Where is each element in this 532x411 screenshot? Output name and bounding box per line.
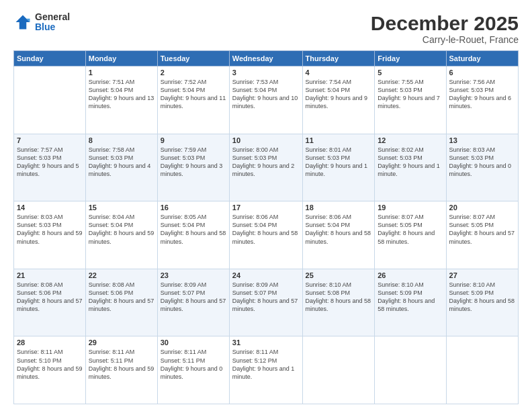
logo-blue-text: Blue [35,22,70,32]
day-number: 3 [232,68,300,77]
calendar-cell: 25Sunrise: 8:10 AM Sunset: 5:08 PM Dayli… [302,269,375,336]
calendar-cell: 16Sunrise: 8:05 AM Sunset: 5:04 PM Dayli… [157,201,229,269]
logo: General Blue [13,12,70,33]
calendar-week-1: 1Sunrise: 7:51 AM Sunset: 5:04 PM Daylig… [14,66,519,134]
day-info: Sunrise: 7:57 AM Sunset: 5:03 PM Dayligh… [17,146,83,179]
day-number: 6 [449,68,515,77]
day-number: 11 [306,136,372,144]
calendar-cell: 23Sunrise: 8:09 AM Sunset: 5:07 PM Dayli… [157,269,229,336]
calendar-cell: 13Sunrise: 8:03 AM Sunset: 5:03 PM Dayli… [446,134,518,201]
calendar-body: 1Sunrise: 7:51 AM Sunset: 5:04 PM Daylig… [14,66,519,404]
calendar-cell: 28Sunrise: 8:11 AM Sunset: 5:10 PM Dayli… [14,336,86,404]
calendar-cell: 8Sunrise: 7:58 AM Sunset: 5:03 PM Daylig… [85,134,157,201]
day-number: 7 [17,136,83,144]
calendar-cell: 30Sunrise: 8:11 AM Sunset: 5:11 PM Dayli… [157,336,229,404]
day-number: 19 [378,203,443,212]
header: General Blue December 2025 Carry-le-Roue… [13,12,519,45]
calendar-cell: 9Sunrise: 7:59 AM Sunset: 5:03 PM Daylig… [157,134,229,201]
day-number: 5 [378,68,443,77]
calendar-cell: 6Sunrise: 7:56 AM Sunset: 5:03 PM Daylig… [446,66,518,134]
day-info: Sunrise: 8:10 AM Sunset: 5:08 PM Dayligh… [306,281,372,314]
calendar-cell: 10Sunrise: 8:00 AM Sunset: 5:03 PM Dayli… [229,134,302,201]
calendar-cell [302,336,375,404]
day-info: Sunrise: 7:55 AM Sunset: 5:03 PM Dayligh… [378,78,443,111]
day-info: Sunrise: 8:07 AM Sunset: 5:05 PM Dayligh… [449,213,515,246]
day-info: Sunrise: 7:54 AM Sunset: 5:04 PM Dayligh… [306,78,372,111]
day-number: 17 [232,203,300,212]
calendar-cell: 27Sunrise: 8:10 AM Sunset: 5:09 PM Dayli… [446,269,518,336]
calendar-cell: 15Sunrise: 8:04 AM Sunset: 5:04 PM Dayli… [85,201,157,269]
calendar-cell: 26Sunrise: 8:10 AM Sunset: 5:09 PM Dayli… [375,269,446,336]
calendar-cell: 19Sunrise: 8:07 AM Sunset: 5:05 PM Dayli… [375,201,446,269]
day-info: Sunrise: 7:58 AM Sunset: 5:03 PM Dayligh… [89,146,154,179]
day-number: 30 [161,338,226,347]
day-info: Sunrise: 8:09 AM Sunset: 5:07 PM Dayligh… [232,281,300,314]
calendar-cell: 3Sunrise: 7:53 AM Sunset: 5:04 PM Daylig… [229,66,302,134]
col-saturday: Saturday [446,51,518,66]
logo-general-text: General [35,12,70,22]
day-number: 8 [89,136,154,144]
day-number: 2 [161,68,226,77]
day-number: 13 [449,136,515,144]
calendar-cell: 18Sunrise: 8:06 AM Sunset: 5:04 PM Dayli… [302,201,375,269]
day-number: 26 [378,271,443,279]
calendar-cell: 14Sunrise: 8:03 AM Sunset: 5:03 PM Dayli… [14,201,86,269]
calendar-cell: 20Sunrise: 8:07 AM Sunset: 5:05 PM Dayli… [446,201,518,269]
calendar-week-5: 28Sunrise: 8:11 AM Sunset: 5:10 PM Dayli… [14,336,519,404]
header-row: Sunday Monday Tuesday Wednesday Thursday… [14,51,519,66]
logo-text: General Blue [35,12,70,33]
day-info: Sunrise: 8:05 AM Sunset: 5:04 PM Dayligh… [161,213,226,246]
day-info: Sunrise: 7:59 AM Sunset: 5:03 PM Dayligh… [161,146,226,179]
day-number: 12 [378,136,443,144]
svg-marker-0 [16,15,30,30]
day-info: Sunrise: 8:01 AM Sunset: 5:03 PM Dayligh… [306,146,372,179]
calendar-cell: 4Sunrise: 7:54 AM Sunset: 5:04 PM Daylig… [302,66,375,134]
day-number: 14 [17,203,83,212]
day-info: Sunrise: 7:51 AM Sunset: 5:04 PM Dayligh… [89,78,154,111]
day-info: Sunrise: 8:11 AM Sunset: 5:11 PM Dayligh… [89,348,154,381]
day-info: Sunrise: 8:06 AM Sunset: 5:04 PM Dayligh… [306,213,372,246]
day-info: Sunrise: 8:11 AM Sunset: 5:12 PM Dayligh… [232,348,300,381]
day-info: Sunrise: 8:07 AM Sunset: 5:05 PM Dayligh… [378,213,443,246]
col-monday: Monday [85,51,157,66]
main-title: December 2025 [371,12,519,34]
day-info: Sunrise: 8:03 AM Sunset: 5:03 PM Dayligh… [449,146,515,179]
day-number: 27 [449,271,515,279]
calendar-cell: 2Sunrise: 7:52 AM Sunset: 5:04 PM Daylig… [157,66,229,134]
col-friday: Friday [375,51,446,66]
day-info: Sunrise: 8:11 AM Sunset: 5:11 PM Dayligh… [161,348,226,381]
day-number: 10 [232,136,300,144]
day-number: 15 [89,203,154,212]
calendar-cell: 11Sunrise: 8:01 AM Sunset: 5:03 PM Dayli… [302,134,375,201]
day-number: 18 [306,203,372,212]
calendar-cell [446,336,518,404]
day-number: 23 [161,271,226,279]
calendar-cell [375,336,446,404]
day-number: 20 [449,203,515,212]
day-info: Sunrise: 8:06 AM Sunset: 5:04 PM Dayligh… [232,213,300,246]
calendar-cell: 5Sunrise: 7:55 AM Sunset: 5:03 PM Daylig… [375,66,446,134]
day-info: Sunrise: 8:02 AM Sunset: 5:03 PM Dayligh… [378,146,443,179]
day-info: Sunrise: 8:03 AM Sunset: 5:03 PM Dayligh… [17,213,83,246]
col-wednesday: Wednesday [229,51,302,66]
day-number: 22 [89,271,154,279]
day-number: 29 [89,338,154,347]
day-info: Sunrise: 8:09 AM Sunset: 5:07 PM Dayligh… [161,281,226,314]
calendar-cell: 29Sunrise: 8:11 AM Sunset: 5:11 PM Dayli… [85,336,157,404]
day-number: 25 [306,271,372,279]
calendar-week-4: 21Sunrise: 8:08 AM Sunset: 5:06 PM Dayli… [14,269,519,336]
col-sunday: Sunday [14,51,86,66]
day-info: Sunrise: 7:53 AM Sunset: 5:04 PM Dayligh… [232,78,300,111]
calendar-cell: 17Sunrise: 8:06 AM Sunset: 5:04 PM Dayli… [229,201,302,269]
day-number: 16 [161,203,226,212]
day-number: 1 [89,68,154,77]
day-number: 28 [17,338,83,347]
calendar-cell: 21Sunrise: 8:08 AM Sunset: 5:06 PM Dayli… [14,269,86,336]
subtitle: Carry-le-Rouet, France [371,34,519,45]
calendar-week-2: 7Sunrise: 7:57 AM Sunset: 5:03 PM Daylig… [14,134,519,201]
calendar-cell [14,66,86,134]
day-info: Sunrise: 8:00 AM Sunset: 5:03 PM Dayligh… [232,146,300,179]
day-number: 9 [161,136,226,144]
day-info: Sunrise: 8:11 AM Sunset: 5:10 PM Dayligh… [17,348,83,381]
day-info: Sunrise: 7:56 AM Sunset: 5:03 PM Dayligh… [449,78,515,111]
